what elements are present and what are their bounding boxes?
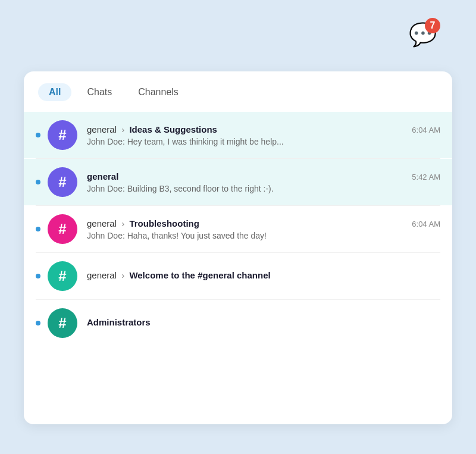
chat-title: general › Troubleshooting: [87, 218, 199, 228]
avatar: #: [48, 261, 77, 291]
chat-title: general › Ideas & Suggestions: [87, 124, 217, 134]
tab-chats[interactable]: Chats: [76, 83, 123, 101]
list-item[interactable]: # general › Ideas & Suggestions 6:04 AM …: [24, 112, 452, 158]
chat-header: general › Welcome to the #general channe…: [87, 270, 440, 280]
notification-badge: 7: [425, 18, 440, 33]
chat-title: general › Welcome to the #general channe…: [87, 270, 271, 280]
chat-content: general › Welcome to the #general channe…: [87, 270, 440, 283]
chat-header: Administrators: [87, 317, 440, 327]
chat-title: general: [87, 171, 118, 181]
chat-content: Administrators: [87, 317, 440, 330]
chat-content: general › Troubleshooting 6:04 AM John D…: [87, 218, 440, 240]
list-item[interactable]: # general › Troubleshooting 6:04 AM John…: [24, 206, 452, 252]
chat-preview: John Doe: Building B3, second floor to t…: [87, 184, 440, 193]
chat-preview: John Doe: Haha, thanks! You just saved t…: [87, 231, 440, 240]
chat-content: general › Ideas & Suggestions 6:04 AM Jo…: [87, 124, 440, 146]
chat-header: general › Troubleshooting 6:04 AM: [87, 218, 440, 228]
chat-time: 5:42 AM: [412, 173, 440, 181]
avatar: #: [48, 167, 77, 197]
tab-all[interactable]: All: [38, 83, 71, 101]
avatar: #: [48, 214, 77, 244]
unread-dot: [36, 133, 40, 137]
unread-dot: [36, 321, 40, 325]
chat-time: 6:04 AM: [412, 220, 440, 228]
avatar: #: [48, 308, 77, 338]
list-item[interactable]: # general 5:42 AM John Doe: Building B3,…: [24, 159, 452, 205]
chat-list: # general › Ideas & Suggestions 6:04 AM …: [24, 107, 452, 351]
unread-dot: [36, 227, 40, 231]
chat-preview: John Doe: Hey team, I was thinking it mi…: [87, 137, 440, 146]
chat-header: general 5:42 AM: [87, 171, 440, 181]
list-item[interactable]: # Administrators: [24, 300, 452, 346]
avatar: #: [48, 120, 77, 150]
chat-title: Administrators: [87, 317, 151, 327]
notification-area[interactable]: 💬 7: [405, 17, 440, 52]
chat-time: 6:04 AM: [412, 126, 440, 134]
tabs-container: All Chats Channels: [24, 71, 452, 107]
chat-content: general 5:42 AM John Doe: Building B3, s…: [87, 171, 440, 193]
unread-dot: [36, 274, 40, 278]
unread-dot: [36, 180, 40, 184]
list-item[interactable]: # general › Welcome to the #general chan…: [24, 253, 452, 299]
chat-header: general › Ideas & Suggestions 6:04 AM: [87, 124, 440, 134]
main-panel: All Chats Channels # general › Ideas & S…: [24, 71, 452, 424]
tab-channels[interactable]: Channels: [127, 83, 189, 101]
